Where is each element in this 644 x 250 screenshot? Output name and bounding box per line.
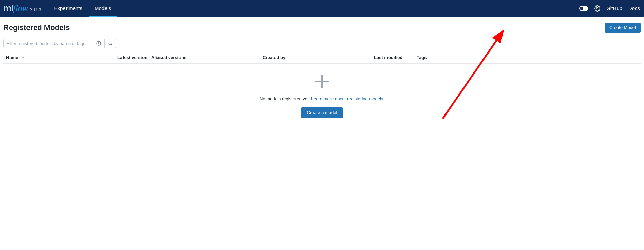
column-aliased-versions[interactable]: Aliased versions (151, 55, 263, 60)
plus-icon (314, 73, 330, 89)
header-left: ml flow 2.11.3 Experiments Models (3, 0, 117, 17)
svg-point-0 (596, 7, 598, 9)
logo-version: 2.11.3 (30, 7, 41, 12)
theme-toggle[interactable] (579, 6, 588, 11)
header-right: GitHub Docs (579, 5, 640, 12)
github-link[interactable]: GitHub (606, 5, 622, 11)
gear-icon[interactable] (594, 5, 600, 12)
tab-models[interactable]: Models (89, 0, 117, 17)
column-tags[interactable]: Tags (417, 55, 451, 60)
page-content: Registered Models Create Model Name (0, 17, 644, 118)
page-title: Registered Models (3, 23, 70, 32)
svg-point-4 (109, 42, 111, 45)
empty-message-suffix: . (383, 96, 384, 101)
logo-text-ml: ml (3, 3, 13, 14)
learn-more-link[interactable]: Learn more about registering models (311, 96, 383, 101)
column-last-modified[interactable]: Last modified (374, 55, 417, 60)
column-created-by[interactable]: Created by (263, 55, 374, 60)
docs-link[interactable]: Docs (628, 5, 640, 11)
tab-experiments-label: Experiments (54, 5, 82, 11)
search-icon (108, 41, 112, 46)
filter-input[interactable] (6, 41, 96, 46)
svg-point-3 (99, 42, 99, 43)
table-header: Name Latest version Aliased versions Cre… (3, 51, 641, 64)
page-header: Registered Models Create Model (3, 23, 641, 33)
empty-state: No models registered yet. Learn more abo… (3, 64, 641, 118)
nav-tabs: Experiments Models (48, 0, 117, 17)
empty-message: No models registered yet. Learn more abo… (260, 96, 384, 101)
create-a-model-button[interactable]: Create a model (301, 107, 343, 118)
top-header: ml flow 2.11.3 Experiments Models GitHub… (0, 0, 644, 17)
column-created-label: Created by (263, 55, 285, 60)
column-name[interactable]: Name (6, 55, 117, 60)
svg-line-5 (111, 44, 112, 45)
filter-input-wrap (3, 39, 105, 48)
filter-row (3, 39, 641, 48)
tab-models-label: Models (95, 5, 111, 11)
create-model-button[interactable]: Create Model (605, 23, 641, 33)
sort-asc-icon (20, 55, 25, 60)
info-icon[interactable] (96, 41, 101, 46)
column-aliased-label: Aliased versions (151, 55, 186, 60)
search-button[interactable] (105, 39, 116, 48)
column-latest-version[interactable]: Latest version (117, 55, 151, 60)
empty-message-prefix: No models registered yet. (260, 96, 311, 101)
column-name-label: Name (6, 55, 18, 60)
mlflow-logo[interactable]: ml flow 2.11.3 (3, 3, 41, 14)
column-tags-label: Tags (417, 55, 427, 60)
logo-text-flow: flow (13, 3, 28, 14)
tab-experiments[interactable]: Experiments (48, 0, 89, 17)
column-latest-label: Latest version (117, 55, 147, 60)
column-modified-label: Last modified (374, 55, 403, 60)
